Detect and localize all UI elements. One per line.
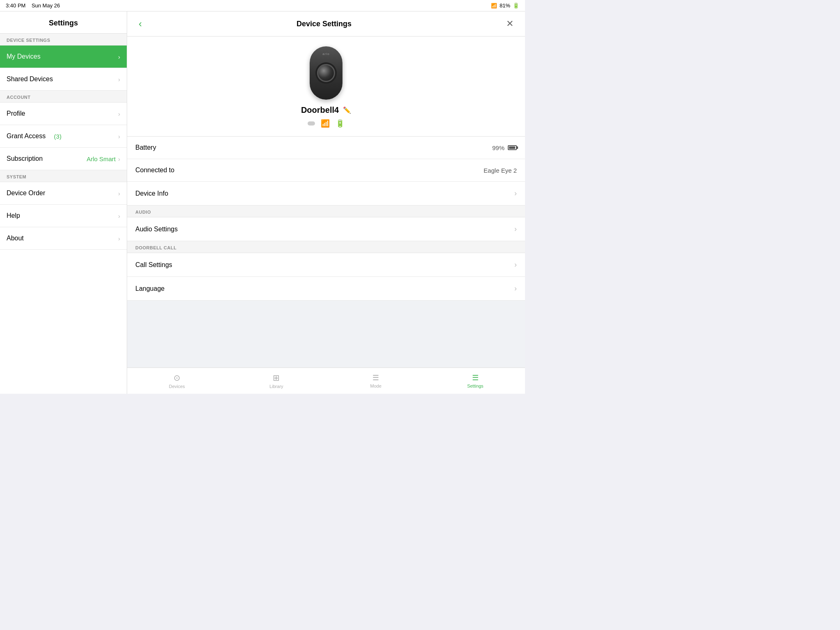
status-dot-icon xyxy=(308,121,315,126)
grant-access-badge: (3) xyxy=(54,133,62,140)
sidebar-item-label-my-devices: My Devices xyxy=(7,53,41,60)
device-lens xyxy=(317,64,335,82)
connected-to-value: Eagle Eye 2 xyxy=(484,167,517,174)
device-profile: arlo Doorbell4 ✏️ 📶 🔋 xyxy=(127,37,525,137)
sidebar-item-about[interactable]: About › xyxy=(0,227,127,250)
section-header-device-settings: DEVICE SETTINGS xyxy=(0,34,127,46)
chevron-icon: › xyxy=(118,155,120,162)
battery-label: Battery xyxy=(135,144,156,151)
sidebar-item-label-about: About xyxy=(7,235,24,242)
section-header-audio: AUDIO xyxy=(127,205,525,217)
chevron-icon: › xyxy=(118,53,120,60)
chevron-icon: › xyxy=(118,190,120,197)
sidebar-item-left: Grant Access (3) xyxy=(7,132,62,140)
device-info-label: Device Info xyxy=(135,190,168,197)
mode-tab-label: Mode xyxy=(370,383,381,388)
sidebar-item-label-device-order: Device Order xyxy=(7,189,45,197)
status-time: 3:40 PM Sun May 26 xyxy=(6,2,60,9)
library-tab-label: Library xyxy=(269,384,283,389)
chevron-icon: › xyxy=(118,212,120,219)
sidebar-item-grant-access[interactable]: Grant Access (3) › xyxy=(0,125,127,148)
sidebar-item-label-shared-devices: Shared Devices xyxy=(7,75,53,83)
settings-list: Battery 99% Connected to Eagle Eye 2 Dev… xyxy=(127,137,525,368)
tab-library[interactable]: ⊞ Library xyxy=(227,370,326,391)
battery-percent: 81% xyxy=(500,2,510,9)
settings-tab-icon: ☰ xyxy=(472,373,479,382)
wifi-icon: 📶 xyxy=(491,3,497,9)
right-panel: ‹ Device Settings ✕ arlo Doorbell4 ✏️ 📶 … xyxy=(127,11,525,394)
chevron-icon: › xyxy=(118,235,120,242)
battery-icon: 🔋 xyxy=(513,2,519,9)
mode-tab-icon: ☰ xyxy=(372,373,379,382)
settings-row-language[interactable]: Language › xyxy=(127,277,525,301)
connected-to-device: Eagle Eye 2 xyxy=(484,167,517,174)
settings-row-battery[interactable]: Battery 99% xyxy=(127,137,525,159)
device-name-row: Doorbell4 ✏️ xyxy=(301,105,351,115)
library-tab-icon: ⊞ xyxy=(273,373,280,383)
settings-row-call-settings[interactable]: Call Settings › xyxy=(127,253,525,277)
devices-tab-label: Devices xyxy=(169,384,185,389)
call-settings-label: Call Settings xyxy=(135,261,172,269)
settings-row-audio-settings[interactable]: Audio Settings › xyxy=(127,217,525,241)
sidebar-item-subscription[interactable]: Subscription Arlo Smart › xyxy=(0,148,127,170)
connected-to-label: Connected to xyxy=(135,167,174,174)
sidebar-item-label-help: Help xyxy=(7,212,20,219)
app-body: Settings DEVICE SETTINGS My Devices › Sh… xyxy=(0,11,525,394)
language-label: Language xyxy=(135,285,164,292)
settings-row-device-info[interactable]: Device Info › xyxy=(127,182,525,205)
chevron-icon: › xyxy=(514,225,517,233)
section-header-account: ACCOUNT xyxy=(0,91,127,103)
settings-tab-label: Settings xyxy=(467,383,484,388)
battery-value: 99% xyxy=(492,144,517,151)
audio-settings-label: Audio Settings xyxy=(135,226,178,233)
subscription-value: Arlo Smart xyxy=(87,155,116,162)
chevron-icon: › xyxy=(118,133,120,140)
battery-status-icon: 🔋 xyxy=(336,119,345,128)
device-settings-title: Device Settings xyxy=(297,20,352,28)
tab-mode[interactable]: ☰ Mode xyxy=(326,371,426,391)
chevron-icon: › xyxy=(118,110,120,117)
status-bar: 3:40 PM Sun May 26 📶 81% 🔋 xyxy=(0,0,525,11)
tab-bar: ⊙ Devices ⊞ Library ☰ Mode ☰ Settings xyxy=(127,368,525,394)
sidebar-item-label-subscription: Subscription xyxy=(7,155,43,162)
device-image: arlo xyxy=(310,46,342,100)
chevron-icon: › xyxy=(118,76,120,83)
tab-settings[interactable]: ☰ Settings xyxy=(426,371,525,391)
settings-row-connected-to[interactable]: Connected to Eagle Eye 2 xyxy=(127,159,525,182)
devices-tab-icon: ⊙ xyxy=(173,373,180,383)
chevron-icon: › xyxy=(514,189,517,198)
tab-devices[interactable]: ⊙ Devices xyxy=(127,370,227,391)
device-name: Doorbell4 xyxy=(301,105,339,115)
sidebar-item-help[interactable]: Help › xyxy=(0,205,127,227)
edit-icon[interactable]: ✏️ xyxy=(343,106,351,114)
sidebar-item-device-order[interactable]: Device Order › xyxy=(0,182,127,205)
chevron-icon: › xyxy=(514,284,517,293)
back-button[interactable]: ‹ xyxy=(135,17,145,30)
sidebar-item-label-grant-access: Grant Access xyxy=(7,132,46,140)
section-header-system: SYSTEM xyxy=(0,170,127,182)
device-status-icons: 📶 🔋 xyxy=(308,119,345,128)
sidebar-item-label-profile: Profile xyxy=(7,110,25,117)
battery-percent-value: 99% xyxy=(492,144,504,151)
close-button[interactable]: ✕ xyxy=(503,18,517,30)
sidebar-item-shared-devices[interactable]: Shared Devices › xyxy=(0,68,127,91)
section-header-doorbell-call: DOORBELL CALL xyxy=(127,241,525,253)
sidebar-item-my-devices[interactable]: My Devices › xyxy=(0,46,127,68)
sidebar: Settings DEVICE SETTINGS My Devices › Sh… xyxy=(0,11,127,394)
device-settings-header: ‹ Device Settings ✕ xyxy=(127,11,525,37)
battery-icon-inline xyxy=(508,145,517,150)
status-right: 📶 81% 🔋 xyxy=(491,2,519,9)
sidebar-item-profile[interactable]: Profile › xyxy=(0,103,127,125)
chevron-icon: › xyxy=(514,260,517,269)
wifi-status-icon: 📶 xyxy=(321,119,330,128)
sidebar-title: Settings xyxy=(0,11,127,34)
device-brand: arlo xyxy=(322,52,329,56)
